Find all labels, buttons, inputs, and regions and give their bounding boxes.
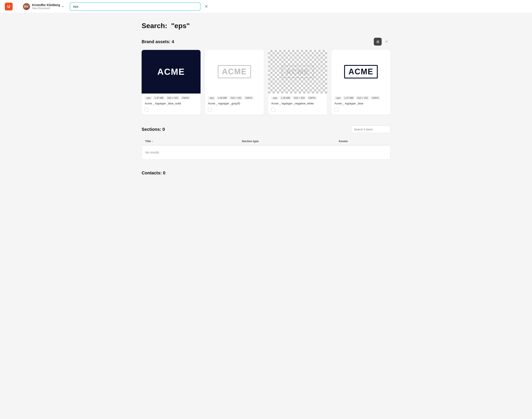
contacts-title: Contacts: 0 bbox=[142, 170, 165, 175]
dims-tag: 310 × 152 bbox=[356, 96, 369, 100]
brand-assets-title: Brand assets: 4 bbox=[142, 39, 174, 44]
acme-logo-text: ACME bbox=[344, 65, 378, 79]
asset-meta: .eps 1.45 MB 310 × 152 CMYK bbox=[268, 93, 327, 101]
ext-tag: .eps bbox=[208, 96, 215, 100]
no-results-row: No results bbox=[142, 145, 390, 159]
sort-icon: ↓ bbox=[152, 140, 153, 143]
logo-white-bg: ACME bbox=[331, 50, 390, 93]
close-icon: ✕ bbox=[205, 4, 208, 9]
asset-meta: .eps 1.47 MB 310 × 152 CMYK bbox=[142, 93, 201, 101]
colorspace-tag: CMYK bbox=[370, 96, 380, 100]
asset-checkbox[interactable] bbox=[145, 108, 149, 112]
ext-tag: .eps bbox=[271, 96, 278, 100]
ext-tag: .eps bbox=[335, 96, 342, 100]
navbar: U KK Kristoffer Klintberg New Document ▾… bbox=[0, 0, 532, 13]
asset-card: ACME .eps 1.47 MB 310 × 152 CMYK Acme _ … bbox=[331, 50, 390, 115]
dims-tag: 310 × 152 bbox=[166, 96, 179, 100]
search-heading: Search: "eps" bbox=[142, 22, 390, 30]
contacts-header: Contacts: 0 bbox=[142, 170, 390, 175]
search-wrap: ✕ bbox=[70, 2, 528, 11]
search-query: "eps" bbox=[171, 22, 190, 30]
user-doc: New Document bbox=[32, 7, 60, 10]
asset-preview: ACME bbox=[205, 50, 264, 93]
asset-checkbox[interactable] bbox=[271, 108, 275, 112]
size-tag: 1.46 MB bbox=[217, 96, 228, 100]
asset-preview: ACME bbox=[142, 50, 201, 93]
section-type-col-label: Section type bbox=[242, 140, 339, 143]
list-icon: ≡ bbox=[385, 40, 387, 44]
acme-logo-text: ACME bbox=[282, 65, 314, 78]
assets-grid: ACME .eps 1.47 MB 310 × 152 CMYK Acme _ … bbox=[142, 50, 390, 115]
user-info: Kristoffer Klintberg New Document bbox=[32, 3, 60, 10]
ext-tag: .eps bbox=[145, 96, 152, 100]
acme-logo-text: ACME bbox=[157, 67, 185, 77]
list-view-button[interactable]: ≡ bbox=[382, 38, 390, 46]
close-search-button[interactable]: ✕ bbox=[202, 3, 210, 11]
asset-card: ACME .eps 1.47 MB 310 × 152 CMYK Acme _ … bbox=[142, 50, 201, 115]
grid-view-button[interactable]: ⊞ bbox=[374, 38, 382, 46]
view-toggle: ⊞ ≡ bbox=[374, 38, 390, 46]
grid-icon: ⊞ bbox=[376, 40, 379, 44]
user-menu[interactable]: KK Kristoffer Klintberg New Document ▾ bbox=[20, 2, 66, 11]
main-content: Search: "eps" Brand assets: 4 ⊞ ≡ ACME bbox=[135, 13, 397, 195]
colorspace-tag: CMYK bbox=[244, 96, 254, 100]
logo-white-bg: ACME bbox=[205, 50, 264, 93]
sections-section: Sections: 0 Title ↓ Section type Assets … bbox=[142, 126, 390, 159]
size-tag: 1.47 MB bbox=[343, 96, 355, 100]
asset-checkbox[interactable] bbox=[335, 108, 339, 112]
title-col-label: Title bbox=[145, 140, 151, 143]
sections-title: Sections: 0 bbox=[142, 127, 165, 132]
logo-dark-bg: ACME bbox=[142, 50, 201, 93]
asset-meta: .eps 1.46 MB 310 × 152 CMYK bbox=[205, 93, 264, 101]
colorspace-tag: CMYK bbox=[307, 96, 317, 100]
search-items-input[interactable] bbox=[351, 126, 390, 133]
asset-name: Acme _ logotype _negative_white bbox=[268, 101, 327, 108]
assets-col-label: Assets bbox=[339, 140, 387, 143]
dims-tag: 310 × 152 bbox=[293, 96, 306, 100]
uptempo-logo-icon: U bbox=[5, 3, 13, 11]
asset-name: Acme _ logotype _blue bbox=[331, 101, 390, 108]
brand-assets-section: Brand assets: 4 ⊞ ≡ ACME .eps bbox=[142, 38, 390, 115]
asset-name: Acme _ logotype _gray30 bbox=[205, 101, 264, 108]
table-header: Title ↓ Section type Assets bbox=[142, 137, 390, 145]
search-prefix: Search: bbox=[142, 22, 167, 30]
contacts-section: Contacts: 0 bbox=[142, 170, 390, 175]
colorspace-tag: CMYK bbox=[181, 96, 190, 100]
asset-meta: .eps 1.47 MB 310 × 152 CMYK bbox=[331, 93, 390, 101]
logo-checker-bg: ACME bbox=[268, 50, 327, 93]
size-tag: 1.45 MB bbox=[280, 96, 291, 100]
size-tag: 1.47 MB bbox=[153, 96, 165, 100]
asset-preview: ACME bbox=[331, 50, 390, 93]
asset-card: ACME .eps 1.46 MB 310 × 152 CMYK Acme _ … bbox=[205, 50, 264, 115]
asset-card: ACME .eps 1.45 MB 310 × 152 CMYK Acme _ … bbox=[268, 50, 327, 115]
svg-text:U: U bbox=[7, 4, 10, 9]
brand-assets-header: Brand assets: 4 ⊞ ≡ bbox=[142, 38, 390, 46]
asset-name: Acme _ logotype _blue_solid bbox=[142, 101, 201, 108]
acme-logo-text: ACME bbox=[218, 65, 251, 78]
avatar: KK bbox=[23, 3, 30, 10]
user-name: Kristoffer Klintberg bbox=[32, 3, 60, 7]
search-input[interactable] bbox=[70, 2, 201, 11]
sections-header: Sections: 0 bbox=[142, 126, 390, 133]
dims-tag: 310 × 152 bbox=[229, 96, 243, 100]
asset-checkbox[interactable] bbox=[208, 108, 212, 112]
asset-preview: ACME bbox=[268, 50, 327, 93]
chevron-down-icon: ▾ bbox=[62, 5, 64, 8]
col-title-header[interactable]: Title ↓ bbox=[145, 140, 242, 143]
logo[interactable]: U bbox=[4, 2, 13, 11]
table-body: No results bbox=[142, 145, 390, 159]
